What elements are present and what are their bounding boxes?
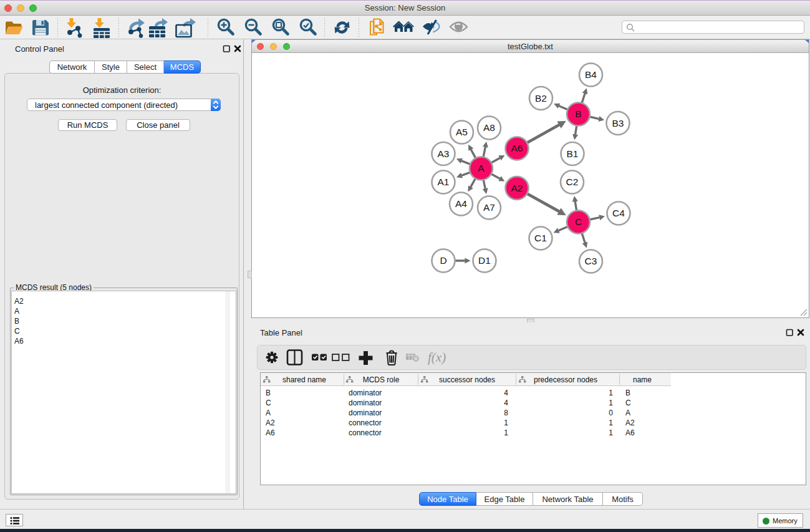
svg-text:B3: B3 bbox=[612, 118, 624, 128]
svg-text:B4: B4 bbox=[585, 69, 597, 80]
svg-text:connector: connector bbox=[349, 418, 382, 427]
svg-text:A2: A2 bbox=[511, 183, 523, 193]
svg-text:A: A bbox=[625, 409, 630, 417]
svg-text:A: A bbox=[266, 409, 271, 417]
svg-text:1: 1 bbox=[609, 418, 613, 427]
svg-text:B: B bbox=[625, 389, 630, 397]
svg-text:C: C bbox=[625, 399, 631, 407]
svg-text:A5: A5 bbox=[456, 127, 468, 137]
svg-text:D: D bbox=[440, 255, 446, 266]
svg-text:C1: C1 bbox=[534, 233, 547, 243]
svg-text:B1: B1 bbox=[567, 148, 579, 159]
svg-text:0: 0 bbox=[609, 409, 613, 417]
svg-text:A2: A2 bbox=[266, 418, 275, 427]
svg-text:A6: A6 bbox=[511, 143, 523, 153]
svg-text:B: B bbox=[575, 109, 581, 119]
svg-text:C3: C3 bbox=[585, 256, 597, 266]
svg-text:C4: C4 bbox=[612, 208, 625, 218]
svg-text:8: 8 bbox=[504, 409, 508, 417]
svg-text:B: B bbox=[266, 389, 271, 397]
svg-text:1: 1 bbox=[609, 399, 613, 407]
svg-text:D1: D1 bbox=[478, 255, 491, 266]
svg-text:1: 1 bbox=[609, 389, 613, 397]
svg-text:C: C bbox=[575, 216, 582, 227]
svg-text:1: 1 bbox=[609, 428, 613, 437]
svg-text:shared name: shared name bbox=[282, 375, 326, 384]
svg-text:A1: A1 bbox=[438, 177, 450, 187]
svg-text:1: 1 bbox=[504, 428, 508, 437]
svg-text:A8: A8 bbox=[483, 122, 495, 133]
svg-text:f(x): f(x) bbox=[428, 350, 446, 365]
svg-text:1: 1 bbox=[504, 418, 508, 427]
svg-text:dominator: dominator bbox=[349, 409, 382, 417]
svg-text:A: A bbox=[478, 163, 485, 173]
svg-text:4: 4 bbox=[504, 399, 508, 407]
svg-text:A2: A2 bbox=[625, 418, 635, 427]
svg-text:4: 4 bbox=[504, 389, 508, 397]
svg-text:B2: B2 bbox=[535, 93, 547, 104]
svg-text:dominator: dominator bbox=[349, 389, 382, 397]
svg-text:A7: A7 bbox=[483, 202, 495, 213]
svg-text:C2: C2 bbox=[566, 177, 579, 187]
svg-text:connector: connector bbox=[349, 428, 382, 437]
svg-text:dominator: dominator bbox=[349, 399, 382, 407]
svg-text:A3: A3 bbox=[438, 148, 450, 159]
svg-text:C: C bbox=[266, 399, 271, 407]
svg-text:MCDS role: MCDS role bbox=[363, 375, 400, 384]
svg-text:A6: A6 bbox=[625, 428, 635, 437]
svg-text:predecessor nodes: predecessor nodes bbox=[534, 375, 597, 384]
svg-text:A4: A4 bbox=[455, 198, 467, 209]
svg-text:A6: A6 bbox=[266, 428, 275, 437]
svg-text:successor nodes: successor nodes bbox=[439, 375, 495, 384]
svg-text:name: name bbox=[633, 375, 652, 384]
